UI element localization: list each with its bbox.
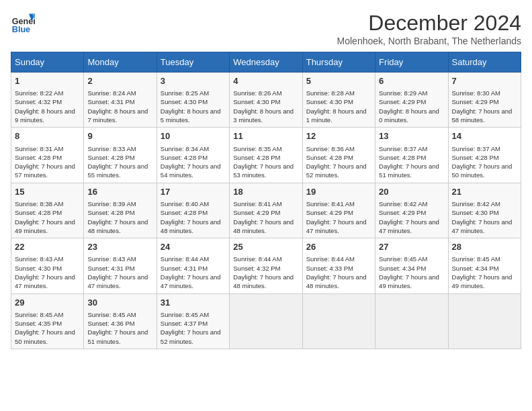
header-wednesday: Wednesday — [230, 52, 302, 73]
calendar-cell — [230, 293, 302, 349]
daylight: Daylight: 7 hours and 49 minutes. — [379, 273, 439, 289]
calendar-cell: 19Sunrise: 8:41 AMSunset: 4:29 PMDayligh… — [302, 183, 375, 238]
location: Molenhoek, North Brabant, The Netherland… — [337, 36, 521, 46]
daylight: Daylight: 8 hours and 5 minutes. — [161, 107, 221, 124]
logo-icon: General Blue — [11, 11, 35, 35]
week-row: 1Sunrise: 8:22 AMSunset: 4:32 PMDaylight… — [11, 73, 521, 128]
daylight: Daylight: 8 hours and 0 minutes. — [379, 107, 439, 124]
sunset: Sunset: 4:29 PM — [233, 209, 280, 216]
day-number: 25 — [233, 241, 298, 253]
daylight: Daylight: 7 hours and 47 minutes. — [379, 218, 439, 234]
calendar-cell: 3Sunrise: 8:25 AMSunset: 4:30 PMDaylight… — [157, 73, 229, 128]
sunset: Sunset: 4:28 PM — [161, 154, 208, 161]
sunrise: Sunrise: 8:35 AM — [233, 145, 281, 152]
day-number: 23 — [87, 241, 152, 253]
sunrise: Sunrise: 8:40 AM — [161, 200, 209, 208]
day-number: 27 — [379, 241, 444, 253]
sunset: Sunset: 4:29 PM — [452, 98, 499, 105]
sunrise: Sunrise: 8:36 AM — [306, 145, 355, 152]
daylight: Daylight: 8 hours and 3 minutes. — [233, 107, 294, 124]
calendar-cell: 7Sunrise: 8:30 AMSunset: 4:29 PMDaylight… — [448, 73, 521, 128]
daylight: Daylight: 7 hours and 53 minutes. — [233, 163, 294, 179]
day-number: 29 — [15, 297, 80, 309]
sunrise: Sunrise: 8:22 AM — [15, 89, 63, 97]
calendar-cell: 6Sunrise: 8:29 AMSunset: 4:29 PMDaylight… — [375, 73, 448, 128]
day-number: 21 — [452, 186, 517, 198]
sunrise: Sunrise: 8:44 AM — [233, 255, 281, 263]
sunrise: Sunrise: 8:43 AM — [15, 255, 63, 263]
calendar-cell: 21Sunrise: 8:42 AMSunset: 4:30 PMDayligh… — [448, 183, 521, 238]
daylight: Daylight: 7 hours and 50 minutes. — [15, 328, 75, 345]
daylight: Daylight: 7 hours and 48 minutes. — [233, 218, 294, 234]
sunset: Sunset: 4:30 PM — [452, 209, 499, 216]
day-number: 15 — [15, 186, 80, 198]
sunrise: Sunrise: 8:24 AM — [87, 89, 136, 97]
daylight: Daylight: 7 hours and 55 minutes. — [87, 163, 148, 179]
header-tuesday: Tuesday — [157, 52, 229, 73]
daylight: Daylight: 7 hours and 58 minutes. — [452, 107, 513, 124]
calendar-cell: 1Sunrise: 8:22 AMSunset: 4:32 PMDaylight… — [11, 73, 84, 128]
day-number: 5 — [306, 75, 371, 87]
sunrise: Sunrise: 8:26 AM — [233, 89, 281, 97]
calendar-cell: 18Sunrise: 8:41 AMSunset: 4:29 PMDayligh… — [230, 183, 302, 238]
header-friday: Friday — [375, 52, 448, 73]
calendar-cell: 29Sunrise: 8:45 AMSunset: 4:35 PMDayligh… — [11, 293, 84, 349]
sunrise: Sunrise: 8:31 AM — [15, 145, 63, 152]
calendar-cell: 30Sunrise: 8:45 AMSunset: 4:36 PMDayligh… — [84, 293, 157, 349]
sunrise: Sunrise: 8:44 AM — [161, 255, 209, 263]
sunrise: Sunrise: 8:43 AM — [87, 255, 136, 263]
title-section: December 2024 Molenhoek, North Brabant, … — [337, 11, 521, 46]
header-sunday: Sunday — [11, 52, 84, 73]
daylight: Daylight: 7 hours and 57 minutes. — [15, 163, 75, 179]
sunset: Sunset: 4:30 PM — [306, 98, 353, 105]
daylight: Daylight: 7 hours and 52 minutes. — [306, 163, 367, 179]
sunrise: Sunrise: 8:39 AM — [87, 200, 136, 208]
daylight: Daylight: 8 hours and 1 minute. — [306, 107, 367, 124]
sunset: Sunset: 4:28 PM — [233, 154, 280, 161]
day-number: 6 — [379, 75, 444, 87]
sunset: Sunset: 4:32 PM — [15, 98, 62, 105]
calendar-cell: 31Sunrise: 8:45 AMSunset: 4:37 PMDayligh… — [157, 293, 229, 349]
header-saturday: Saturday — [448, 52, 521, 73]
day-number: 31 — [161, 297, 226, 309]
sunrise: Sunrise: 8:41 AM — [233, 200, 281, 208]
calendar-table: SundayMondayTuesdayWednesdayThursdayFrid… — [11, 52, 521, 349]
week-row: 29Sunrise: 8:45 AMSunset: 4:35 PMDayligh… — [11, 293, 521, 349]
logo: General Blue — [11, 11, 35, 35]
daylight: Daylight: 8 hours and 9 minutes. — [15, 107, 75, 124]
day-number: 7 — [452, 75, 517, 87]
day-number: 22 — [15, 241, 80, 253]
daylight: Daylight: 7 hours and 47 minutes. — [161, 273, 221, 289]
daylight: Daylight: 7 hours and 47 minutes. — [87, 273, 148, 289]
daylight: Daylight: 7 hours and 54 minutes. — [161, 163, 221, 179]
calendar-cell: 9Sunrise: 8:33 AMSunset: 4:28 PMDaylight… — [84, 128, 157, 183]
sunrise: Sunrise: 8:41 AM — [306, 200, 355, 208]
calendar-cell — [302, 293, 375, 349]
sunrise: Sunrise: 8:37 AM — [379, 145, 427, 152]
day-number: 8 — [15, 130, 80, 142]
sunset: Sunset: 4:31 PM — [87, 265, 134, 272]
day-number: 24 — [161, 241, 226, 253]
sunset: Sunset: 4:31 PM — [87, 98, 134, 105]
sunrise: Sunrise: 8:45 AM — [87, 311, 136, 318]
calendar-cell: 8Sunrise: 8:31 AMSunset: 4:28 PMDaylight… — [11, 128, 84, 183]
sunset: Sunset: 4:30 PM — [233, 98, 280, 105]
sunrise: Sunrise: 8:28 AM — [306, 89, 355, 97]
sunrise: Sunrise: 8:45 AM — [452, 255, 500, 263]
calendar-cell: 12Sunrise: 8:36 AMSunset: 4:28 PMDayligh… — [302, 128, 375, 183]
daylight: Daylight: 7 hours and 49 minutes. — [15, 218, 75, 234]
sunrise: Sunrise: 8:45 AM — [161, 311, 209, 318]
daylight: Daylight: 7 hours and 52 minutes. — [161, 328, 221, 345]
calendar-cell: 11Sunrise: 8:35 AMSunset: 4:28 PMDayligh… — [230, 128, 302, 183]
calendar-cell: 17Sunrise: 8:40 AMSunset: 4:28 PMDayligh… — [157, 183, 229, 238]
sunset: Sunset: 4:31 PM — [161, 265, 208, 272]
calendar-cell: 25Sunrise: 8:44 AMSunset: 4:32 PMDayligh… — [230, 238, 302, 293]
sunset: Sunset: 4:28 PM — [161, 209, 208, 216]
sunrise: Sunrise: 8:34 AM — [161, 145, 209, 152]
calendar-cell: 27Sunrise: 8:45 AMSunset: 4:34 PMDayligh… — [375, 238, 448, 293]
day-number: 17 — [161, 186, 226, 198]
week-row: 15Sunrise: 8:38 AMSunset: 4:28 PMDayligh… — [11, 183, 521, 238]
day-number: 26 — [306, 241, 371, 253]
daylight: Daylight: 7 hours and 49 minutes. — [452, 273, 513, 289]
sunset: Sunset: 4:29 PM — [379, 98, 426, 105]
